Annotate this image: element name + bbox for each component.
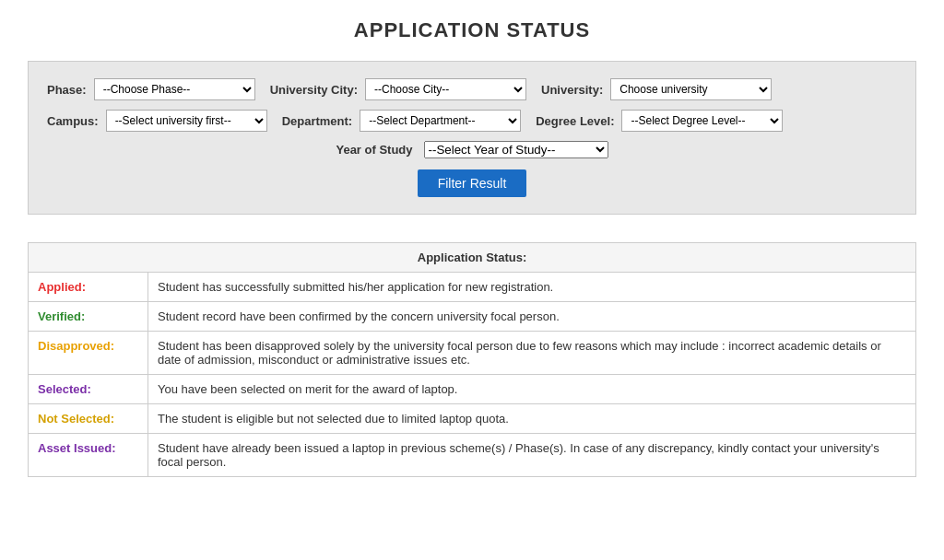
filter-row-2: Campus: --Select university first-- Depa…: [47, 110, 897, 132]
campus-label: Campus:: [47, 114, 99, 128]
city-group: University City: --Choose City--: [270, 78, 526, 100]
status-description: You have been selected on merit for the …: [148, 375, 916, 404]
department-label: Department:: [282, 114, 353, 128]
phase-label: Phase:: [47, 83, 87, 97]
table-row: Verified:Student record have been confir…: [29, 302, 916, 332]
table-row: Not Selected:The student is eligible but…: [29, 404, 916, 434]
degree-select[interactable]: --Select Degree Level--: [621, 110, 783, 132]
status-table-header: Application Status:: [29, 243, 916, 273]
phase-select[interactable]: --Choose Phase--: [94, 78, 255, 100]
status-label: Verified:: [29, 302, 148, 332]
department-select[interactable]: --Select Department--: [360, 110, 521, 132]
phase-group: Phase: --Choose Phase--: [47, 78, 255, 100]
status-table: Application Status: Applied:Student has …: [28, 242, 916, 477]
table-row: Disapproved:Student has been disapproved…: [29, 332, 916, 375]
status-description: The student is eligible but not selected…: [148, 404, 916, 434]
filter-result-button[interactable]: Filter Result: [418, 169, 527, 197]
table-row: Applied:Student has successfully submitt…: [29, 273, 916, 302]
table-row: Selected:You have been selected on merit…: [29, 375, 916, 404]
degree-label: Degree Level:: [536, 114, 614, 128]
department-group: Department: --Select Department--: [282, 110, 522, 132]
status-description: Student have already been issued a lapto…: [148, 434, 916, 477]
status-description: Student has successfully submitted his/h…: [148, 273, 916, 302]
page-title: APPLICATION STATUS: [28, 18, 916, 42]
status-label: Disapproved:: [29, 332, 148, 375]
campus-select[interactable]: --Select university first--: [106, 110, 267, 132]
status-description: Student record have been confirmed by th…: [148, 302, 916, 332]
filter-box: Phase: --Choose Phase-- University City:…: [28, 61, 916, 215]
filter-row-1: Phase: --Choose Phase-- University City:…: [47, 78, 897, 100]
status-label: Selected:: [29, 375, 148, 404]
year-label: Year of Study: [336, 143, 412, 157]
city-label: University City:: [270, 83, 358, 97]
filter-row-year: Year of Study --Select Year of Study--: [47, 141, 897, 158]
degree-group: Degree Level: --Select Degree Level--: [536, 110, 783, 132]
university-select[interactable]: Choose university: [610, 78, 772, 100]
status-label: Asset Issued:: [29, 434, 148, 477]
year-select[interactable]: --Select Year of Study--: [424, 141, 608, 158]
status-label: Applied:: [29, 273, 148, 302]
campus-group: Campus: --Select university first--: [47, 110, 267, 132]
status-description: Student has been disapproved solely by t…: [148, 332, 916, 375]
filter-btn-row: Filter Result: [47, 169, 897, 197]
university-group: University: Choose university: [541, 78, 772, 100]
city-select[interactable]: --Choose City--: [365, 78, 526, 100]
status-label: Not Selected:: [29, 404, 148, 434]
table-row: Asset Issued:Student have already been i…: [29, 434, 916, 477]
university-label: University:: [541, 83, 603, 97]
